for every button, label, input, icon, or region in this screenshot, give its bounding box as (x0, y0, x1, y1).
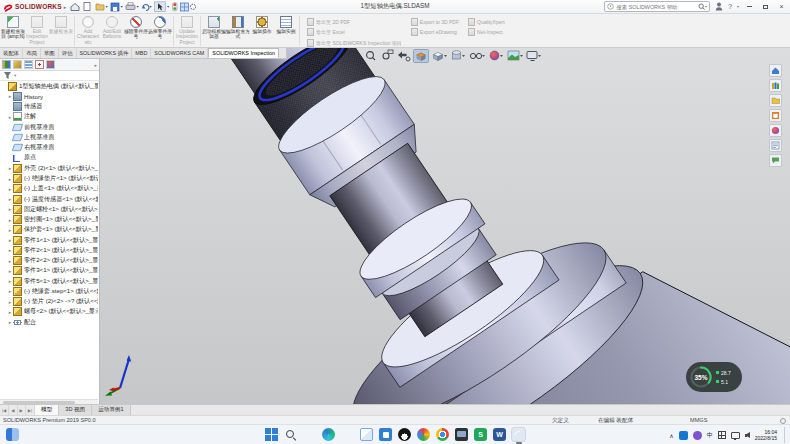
section-view-icon[interactable] (414, 50, 429, 63)
graphics-viewport[interactable]: 35% 28.7 5.1 (100, 48, 790, 404)
help-caret-icon[interactable]: ▾ (737, 4, 739, 9)
remote-icon[interactable] (455, 428, 468, 441)
monitor-overlay[interactable]: 35% 28.7 5.1 (686, 362, 742, 392)
propertymanager-tab[interactable] (13, 60, 22, 69)
zoom-fit-icon[interactable] (367, 52, 375, 60)
chrome-icon[interactable] (436, 428, 449, 441)
ribbon-tab-评估[interactable]: 评估 (59, 48, 77, 58)
tree-item[interactable]: ▸固定螺栓<1> (默认<<默认>_显示 (0, 204, 98, 214)
doc-tab-3d-视图[interactable]: 3D 视图 (59, 405, 92, 415)
store-icon[interactable] (379, 428, 392, 441)
display-style-icon[interactable] (453, 51, 466, 59)
doc-tab-nav-icon-4[interactable]: ▶| (26, 405, 35, 415)
logo-expand-icon[interactable]: ▸ (64, 4, 67, 10)
previous-view-icon[interactable] (398, 52, 410, 62)
featuremanager-tab[interactable] (2, 60, 11, 69)
new-inspection-project-button[interactable]: 新建检查项目 (amp;N) (1, 15, 25, 40)
volume-icon[interactable] (745, 432, 750, 438)
print-icon[interactable] (126, 3, 139, 10)
tree-item[interactable]: ▸History (0, 91, 98, 101)
configurationmanager-tab[interactable] (24, 60, 33, 69)
rebuild-icon[interactable] (173, 3, 178, 11)
panel-horizontal-scrollbar[interactable] (0, 399, 98, 404)
appearances-icon[interactable] (769, 124, 782, 137)
ribbon-tab-布局[interactable]: 布局 (23, 48, 41, 58)
tray-expand-icon[interactable]: ∧ (669, 432, 673, 439)
tree-item[interactable]: 原点 (0, 153, 98, 163)
sign-in-icon[interactable] (715, 2, 723, 11)
view-orientation-icon[interactable] (434, 52, 448, 60)
undo-icon[interactable] (142, 5, 152, 11)
start-icon[interactable] (265, 428, 278, 441)
doc-tab-模型[interactable]: 模型 (35, 405, 59, 415)
word-icon[interactable]: W (493, 428, 506, 441)
home-icon[interactable] (769, 64, 782, 77)
tree-item[interactable]: ▸零件2<1> (默认<<默认>_显示状态 (0, 245, 98, 255)
tree-item[interactable]: ▸螺母<2> (默认<<默认>_显示状态 (0, 307, 98, 317)
edge-icon[interactable] (322, 428, 335, 441)
task-view-icon[interactable] (303, 428, 316, 441)
view-palette-icon[interactable] (769, 109, 782, 122)
zoom-area-icon[interactable] (383, 50, 393, 59)
solidworks-icon[interactable] (512, 428, 525, 441)
tree-item[interactable]: ▸(-) 绝缘垫片<1> (默认<<默认>_显 (0, 173, 98, 183)
home-icon[interactable] (71, 4, 79, 11)
filter-funnel-icon[interactable] (3, 71, 12, 80)
ribbon-tab-装配体[interactable]: 装配体 (0, 48, 23, 58)
ribbon-tab-mbd[interactable]: MBD (132, 48, 151, 58)
edit-operations-button[interactable]: 编辑操作 (250, 15, 274, 34)
tree-item[interactable]: ▸配合 (0, 317, 98, 327)
open-icon[interactable] (96, 4, 108, 10)
tree-item[interactable]: ▸密封圈<1> (默认<<默认>_显示状 (0, 214, 98, 224)
doc-tab-nav-icon-1[interactable]: |◀ (0, 405, 9, 415)
custom-properties-icon[interactable] (769, 139, 782, 152)
apply-scene-icon[interactable] (508, 51, 523, 60)
view-settings-icon[interactable] (527, 52, 541, 61)
tree-item[interactable]: ▸零件2<2> (默认<<默认>_显示状态 (0, 256, 98, 266)
tree-item[interactable]: 上视基准面 (0, 132, 98, 142)
doc-tab-nav-icon-3[interactable]: ▶ (18, 405, 26, 415)
doc-tab-运动算例1[interactable]: 运动算例1 (92, 405, 131, 415)
model-thermocouple-assembly[interactable] (100, 48, 790, 404)
help-menu[interactable]: ? (728, 3, 732, 10)
tree-item[interactable]: ▸零件1<1> (默认<<默认>_显示状态 (0, 235, 98, 245)
ribbon-tab-solidworks-inspection[interactable]: SOLIDWORKS Inspection (208, 48, 279, 58)
tray-app-purple-icon[interactable] (693, 431, 702, 440)
display-settings-icon[interactable] (181, 3, 189, 11)
ribbon-tab-solidworks-cam[interactable]: SOLIDWORKS CAM (151, 48, 208, 58)
show-desktop-button[interactable] (784, 427, 786, 443)
design-library-icon[interactable] (769, 79, 782, 92)
tree-item[interactable]: ▸(-) 上盖<1> (默认<<默认>_显示状 (0, 184, 98, 194)
file-explorer-icon[interactable] (341, 428, 354, 441)
solidworks-logo[interactable]: SOLIDWORKS ▸ (3, 2, 66, 12)
tray-app-blue-icon[interactable] (679, 431, 688, 440)
mail-icon[interactable] (360, 428, 373, 441)
tree-item[interactable]: ▸(-) 绝缘套.step<1> (默认<<默认> (0, 286, 98, 296)
options-icon[interactable] (191, 4, 196, 9)
tree-item[interactable]: 1型短轴热电偶 (默认<默认_显示状态-1> (0, 81, 98, 91)
status-tag-icon[interactable] (780, 418, 786, 424)
tree-item[interactable]: 传感器 (0, 102, 98, 112)
ime-language-indicator[interactable]: 中 (707, 431, 713, 440)
tree-item[interactable]: ▸(-) 温度传感器<1> (默认<<默认>_ (0, 194, 98, 204)
network-monitor-icon[interactable] (731, 432, 740, 439)
tree-item[interactable]: ▸注解 (0, 112, 98, 122)
save-icon[interactable] (111, 3, 123, 11)
clock[interactable]: 16:04 2022/8/15 (755, 429, 777, 441)
edit-instances-button[interactable]: 编辑实例 (274, 15, 298, 34)
restore-button[interactable] (760, 1, 771, 12)
hide-show-items-icon[interactable] (470, 53, 485, 58)
tree-item[interactable]: ▸外壳 (2)<1> (默认<<默认>_显示状 (0, 163, 98, 173)
displaymanager-tab[interactable] (46, 60, 55, 69)
tree-item[interactable]: 前视基准面 (0, 122, 98, 132)
search-input[interactable] (616, 4, 696, 10)
tree-item[interactable]: ▸零件3<1> (默认<<默认>_显示状态 (0, 266, 98, 276)
wps-icon[interactable]: S (474, 428, 487, 441)
ime-grid-icon[interactable] (718, 431, 726, 439)
tree-item[interactable]: ▸零件5<1> (默认<<默认>_显示状态 (0, 276, 98, 286)
close-button[interactable]: × (776, 1, 787, 12)
browser-icon[interactable] (417, 428, 430, 441)
file-explorer-icon[interactable] (769, 94, 782, 107)
minimize-button[interactable] (744, 1, 755, 12)
edit-inspection-methods-button[interactable]: 编辑检查方式 (226, 15, 250, 40)
